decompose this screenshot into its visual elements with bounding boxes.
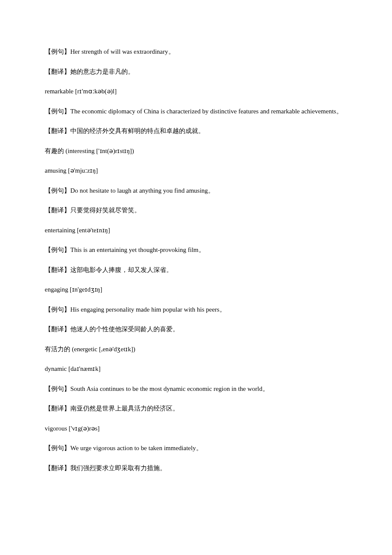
translation: 【翻译】我们强烈要求立即采取有力措施。 xyxy=(32,463,360,473)
example-sentence: 【例句】His engaging personality made him po… xyxy=(32,305,360,315)
translation: 【翻译】南亚仍然是世界上最具活力的经济区。 xyxy=(32,404,360,413)
vocab-entry: entertaining [entə'teɪnɪŋ] xyxy=(32,225,360,235)
vocab-entry: remarkable [rɪ'mɑːkəb(ə)l] xyxy=(32,87,360,96)
example-sentence: 【例句】The economic diplomacy of China is c… xyxy=(32,107,360,116)
translation: 【翻译】中国的经济外交具有鲜明的特点和卓越的成就。 xyxy=(32,126,360,136)
vocab-entry: amusing [ə'mjuːzɪŋ] xyxy=(32,166,360,176)
vocab-entry: engaging [ɪn'geɪdʒɪŋ] xyxy=(32,285,360,295)
translation: 【翻译】他迷人的个性使他深受同龄人的喜爱。 xyxy=(32,324,360,334)
translation: 【翻译】她的意志力是非凡的。 xyxy=(32,67,360,77)
category-heading: 有活力的 (energetic [,enə'dʒetɪk]) xyxy=(32,344,360,354)
document-page: 【例句】Her strength of will was extraordina… xyxy=(0,0,392,509)
example-sentence: 【例句】This is an entertaining yet thought-… xyxy=(32,245,360,255)
category-heading: 有趣的 (interesting ['ɪnt(ə)rɪstɪŋ]) xyxy=(32,146,360,156)
example-sentence: 【例句】Do not hesitate to laugh at anything… xyxy=(32,186,360,196)
example-sentence: 【例句】South Asia continues to be the most … xyxy=(32,384,360,394)
vocab-entry: vigorous ['vɪg(ə)rəs] xyxy=(32,424,360,434)
translation: 【翻译】这部电影令人捧腹，却又发人深省。 xyxy=(32,265,360,275)
example-sentence: 【例句】We urge vigorous action to be taken … xyxy=(32,443,360,453)
example-sentence: 【例句】Her strength of will was extraordina… xyxy=(32,47,360,57)
translation: 【翻译】只要觉得好笑就尽管笑。 xyxy=(32,205,360,215)
vocab-entry: dynamic [daɪ'næmɪk] xyxy=(32,364,360,374)
